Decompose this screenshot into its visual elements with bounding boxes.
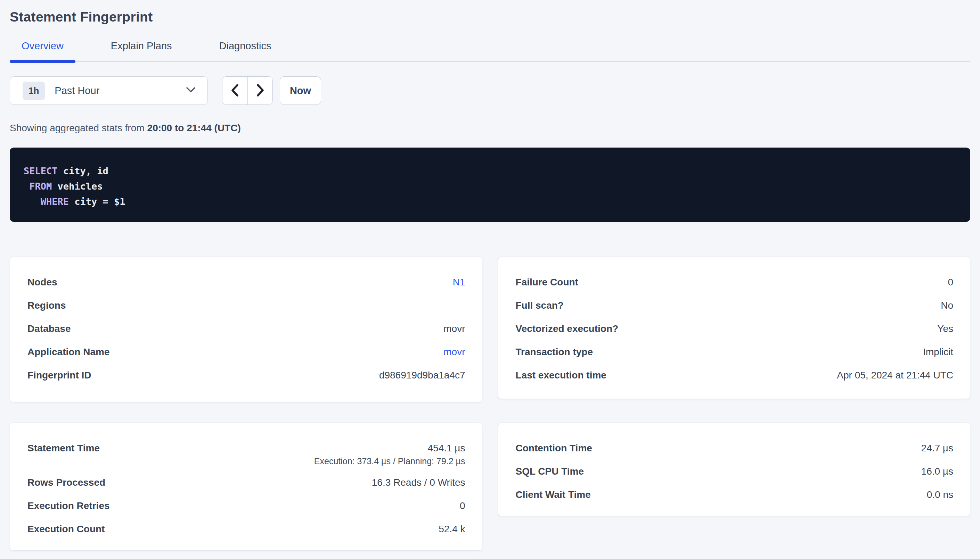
row-label: Last execution time — [516, 369, 617, 381]
previous-range-button[interactable] — [222, 77, 247, 104]
node-link[interactable]: N1 — [453, 276, 465, 288]
statement-time-breakdown: Execution: 373.4 µs / Planning: 79.2 µs — [27, 456, 465, 466]
row-value: 0 — [948, 276, 953, 288]
card-row-vectorized: Vectorized execution? Yes — [516, 323, 953, 334]
card-row-database: Database movr — [27, 323, 465, 334]
tab-diagnostics[interactable]: Diagnostics — [207, 40, 283, 61]
chevron-left-icon — [230, 83, 240, 99]
row-value: 24.7 µs — [921, 442, 953, 454]
row-label: Statement Time — [27, 442, 110, 454]
row-value: movr — [443, 323, 465, 334]
row-label: Client Wait Time — [516, 489, 601, 500]
time-interval-badge: 1h — [23, 82, 45, 100]
statement-timings-card: Statement Time 454.1 µs Execution: 373.4… — [10, 423, 483, 551]
row-value: 52.4 k — [439, 523, 465, 535]
row-label: Fingerprint ID — [27, 369, 102, 381]
sql-line: SELECT city, id — [24, 164, 955, 179]
application-name-link[interactable]: movr — [443, 346, 465, 357]
time-controls: 1h Past Hour Now — [10, 76, 970, 105]
card-row-contention-time: Contention Time 24.7 µs — [516, 442, 953, 454]
summary-cards: Nodes N1 Regions Database movr Applicati… — [10, 256, 970, 551]
row-value: 454.1 µs — [428, 442, 465, 454]
row-value: 16.3 Reads / 0 Writes — [372, 477, 465, 488]
page-title: Statement Fingerprint — [10, 0, 970, 25]
next-range-button[interactable] — [247, 77, 272, 104]
row-label: SQL CPU Time — [516, 466, 595, 477]
row-label: Transaction type — [516, 346, 604, 357]
row-value: 16.0 µs — [921, 466, 953, 477]
card-row-nodes: Nodes N1 — [27, 276, 465, 288]
row-value: Apr 05, 2024 at 21:44 UTC — [837, 369, 953, 381]
card-row-transaction-type: Transaction type Implicit — [516, 346, 953, 357]
card-row-rows-processed: Rows Processed 16.3 Reads / 0 Writes — [27, 477, 465, 488]
time-range-stepper — [222, 76, 273, 105]
sql-line: WHERE city = $1 — [24, 194, 955, 209]
row-value: 0.0 ns — [927, 489, 953, 500]
chevron-down-icon — [185, 86, 196, 95]
row-label: Contention Time — [516, 442, 603, 454]
row-label: Execution Retries — [27, 500, 120, 511]
tab-bar: Overview Explain Plans Diagnostics — [10, 40, 970, 62]
now-button[interactable]: Now — [280, 76, 321, 105]
row-label: Application Name — [27, 346, 120, 357]
row-label: Database — [27, 323, 81, 334]
row-label: Execution Count — [27, 523, 115, 535]
aggregated-stats-prefix: Showing aggregated stats from — [10, 122, 144, 133]
tab-explain-plans[interactable]: Explain Plans — [99, 40, 184, 61]
sql-statement-box: SELECT city, id FROM vehicles WHERE city… — [10, 147, 970, 222]
row-label: Full scan? — [516, 299, 574, 311]
card-row-sql-cpu-time: SQL CPU Time 16.0 µs — [516, 466, 953, 477]
card-row-full-scan: Full scan? No — [516, 299, 953, 311]
row-label: Vectorized execution? — [516, 323, 629, 334]
statement-fingerprint-page: Statement Fingerprint Overview Explain P… — [0, 0, 980, 551]
row-value: Yes — [937, 323, 953, 334]
aggregated-stats-note: Showing aggregated stats from20:00 to 21… — [10, 122, 970, 134]
row-value: d986919d9ba1a4c7 — [379, 369, 465, 381]
aggregated-stats-range: 20:00 to 21:44 (UTC) — [148, 122, 241, 133]
card-row-execution-count: Execution Count 52.4 k — [27, 523, 465, 535]
card-row-statement-time: Statement Time 454.1 µs — [27, 442, 465, 454]
card-row-fingerprint-id: Fingerprint ID d986919d9ba1a4c7 — [27, 369, 465, 381]
card-row-failure-count: Failure Count 0 — [516, 276, 953, 288]
tab-overview[interactable]: Overview — [10, 40, 75, 61]
card-row-regions: Regions — [27, 299, 465, 311]
row-label: Regions — [27, 299, 76, 311]
card-row-client-wait-time: Client Wait Time 0.0 ns — [516, 489, 953, 500]
card-row-execution-retries: Execution Retries 0 — [27, 500, 465, 511]
card-row-application-name: Application Name movr — [27, 346, 465, 357]
time-range-select[interactable]: 1h Past Hour — [10, 76, 208, 105]
time-range-label: Past Hour — [55, 85, 185, 96]
row-value: No — [941, 299, 953, 311]
row-label: Failure Count — [516, 276, 589, 288]
chevron-right-icon — [255, 83, 265, 99]
statement-details-card: Nodes N1 Regions Database movr Applicati… — [10, 256, 483, 402]
row-value: Implicit — [923, 346, 953, 357]
wait-times-card: Contention Time 24.7 µs SQL CPU Time 16.… — [498, 423, 971, 516]
row-label: Rows Processed — [27, 477, 116, 488]
row-value: 0 — [460, 500, 465, 511]
row-label: Nodes — [27, 276, 68, 288]
execution-attributes-card: Failure Count 0 Full scan? No Vectorized… — [498, 256, 971, 399]
card-row-last-execution-time: Last execution time Apr 05, 2024 at 21:4… — [516, 369, 953, 381]
sql-line: FROM vehicles — [24, 179, 955, 194]
